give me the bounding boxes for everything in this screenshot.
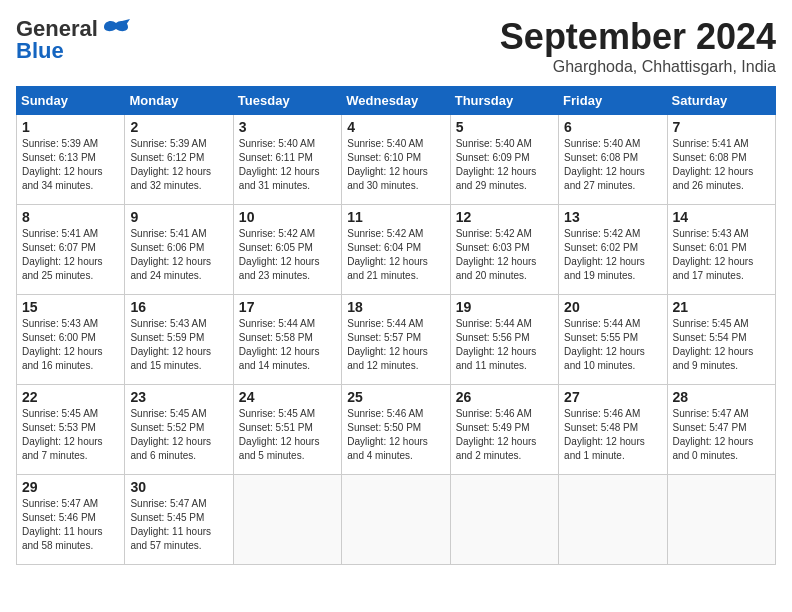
calendar-week-1: 1Sunrise: 5:39 AMSunset: 6:13 PMDaylight… xyxy=(17,115,776,205)
day-cell-10: 10Sunrise: 5:42 AMSunset: 6:05 PMDayligh… xyxy=(233,205,341,295)
day-number: 17 xyxy=(239,299,336,315)
day-cell-22: 22Sunrise: 5:45 AMSunset: 5:53 PMDayligh… xyxy=(17,385,125,475)
day-cell-23: 23Sunrise: 5:45 AMSunset: 5:52 PMDayligh… xyxy=(125,385,233,475)
day-number: 21 xyxy=(673,299,770,315)
day-number: 25 xyxy=(347,389,444,405)
day-cell-16: 16Sunrise: 5:43 AMSunset: 5:59 PMDayligh… xyxy=(125,295,233,385)
day-detail: Sunrise: 5:41 AMSunset: 6:08 PMDaylight:… xyxy=(673,137,770,193)
empty-cell xyxy=(667,475,775,565)
day-cell-27: 27Sunrise: 5:46 AMSunset: 5:48 PMDayligh… xyxy=(559,385,667,475)
day-number: 2 xyxy=(130,119,227,135)
day-number: 26 xyxy=(456,389,553,405)
day-detail: Sunrise: 5:42 AMSunset: 6:05 PMDaylight:… xyxy=(239,227,336,283)
day-cell-7: 7Sunrise: 5:41 AMSunset: 6:08 PMDaylight… xyxy=(667,115,775,205)
day-detail: Sunrise: 5:40 AMSunset: 6:08 PMDaylight:… xyxy=(564,137,661,193)
day-number: 22 xyxy=(22,389,119,405)
day-detail: Sunrise: 5:41 AMSunset: 6:06 PMDaylight:… xyxy=(130,227,227,283)
day-cell-18: 18Sunrise: 5:44 AMSunset: 5:57 PMDayligh… xyxy=(342,295,450,385)
day-detail: Sunrise: 5:47 AMSunset: 5:46 PMDaylight:… xyxy=(22,497,119,553)
title-area: September 2024 Gharghoda, Chhattisgarh, … xyxy=(500,16,776,76)
day-detail: Sunrise: 5:47 AMSunset: 5:45 PMDaylight:… xyxy=(130,497,227,553)
day-detail: Sunrise: 5:43 AMSunset: 6:01 PMDaylight:… xyxy=(673,227,770,283)
day-detail: Sunrise: 5:46 AMSunset: 5:50 PMDaylight:… xyxy=(347,407,444,463)
day-detail: Sunrise: 5:42 AMSunset: 6:02 PMDaylight:… xyxy=(564,227,661,283)
day-cell-24: 24Sunrise: 5:45 AMSunset: 5:51 PMDayligh… xyxy=(233,385,341,475)
col-header-sunday: Sunday xyxy=(17,87,125,115)
day-cell-29: 29Sunrise: 5:47 AMSunset: 5:46 PMDayligh… xyxy=(17,475,125,565)
day-detail: Sunrise: 5:46 AMSunset: 5:49 PMDaylight:… xyxy=(456,407,553,463)
month-title: September 2024 xyxy=(500,16,776,58)
day-cell-9: 9Sunrise: 5:41 AMSunset: 6:06 PMDaylight… xyxy=(125,205,233,295)
col-header-thursday: Thursday xyxy=(450,87,558,115)
day-cell-8: 8Sunrise: 5:41 AMSunset: 6:07 PMDaylight… xyxy=(17,205,125,295)
day-number: 10 xyxy=(239,209,336,225)
day-detail: Sunrise: 5:45 AMSunset: 5:54 PMDaylight:… xyxy=(673,317,770,373)
day-cell-12: 12Sunrise: 5:42 AMSunset: 6:03 PMDayligh… xyxy=(450,205,558,295)
day-cell-21: 21Sunrise: 5:45 AMSunset: 5:54 PMDayligh… xyxy=(667,295,775,385)
day-number: 1 xyxy=(22,119,119,135)
day-detail: Sunrise: 5:42 AMSunset: 6:03 PMDaylight:… xyxy=(456,227,553,283)
col-header-tuesday: Tuesday xyxy=(233,87,341,115)
calendar-week-4: 22Sunrise: 5:45 AMSunset: 5:53 PMDayligh… xyxy=(17,385,776,475)
day-cell-17: 17Sunrise: 5:44 AMSunset: 5:58 PMDayligh… xyxy=(233,295,341,385)
col-header-wednesday: Wednesday xyxy=(342,87,450,115)
day-number: 3 xyxy=(239,119,336,135)
logo: General Blue xyxy=(16,16,130,64)
day-detail: Sunrise: 5:44 AMSunset: 5:56 PMDaylight:… xyxy=(456,317,553,373)
day-cell-13: 13Sunrise: 5:42 AMSunset: 6:02 PMDayligh… xyxy=(559,205,667,295)
day-detail: Sunrise: 5:46 AMSunset: 5:48 PMDaylight:… xyxy=(564,407,661,463)
logo-bird-icon xyxy=(102,19,130,39)
day-detail: Sunrise: 5:41 AMSunset: 6:07 PMDaylight:… xyxy=(22,227,119,283)
day-number: 29 xyxy=(22,479,119,495)
day-detail: Sunrise: 5:44 AMSunset: 5:58 PMDaylight:… xyxy=(239,317,336,373)
day-detail: Sunrise: 5:42 AMSunset: 6:04 PMDaylight:… xyxy=(347,227,444,283)
day-detail: Sunrise: 5:43 AMSunset: 6:00 PMDaylight:… xyxy=(22,317,119,373)
calendar-week-3: 15Sunrise: 5:43 AMSunset: 6:00 PMDayligh… xyxy=(17,295,776,385)
col-header-monday: Monday xyxy=(125,87,233,115)
day-number: 24 xyxy=(239,389,336,405)
day-number: 11 xyxy=(347,209,444,225)
day-number: 18 xyxy=(347,299,444,315)
day-detail: Sunrise: 5:39 AMSunset: 6:12 PMDaylight:… xyxy=(130,137,227,193)
day-detail: Sunrise: 5:43 AMSunset: 5:59 PMDaylight:… xyxy=(130,317,227,373)
location-title: Gharghoda, Chhattisgarh, India xyxy=(500,58,776,76)
day-number: 19 xyxy=(456,299,553,315)
empty-cell xyxy=(559,475,667,565)
day-cell-6: 6Sunrise: 5:40 AMSunset: 6:08 PMDaylight… xyxy=(559,115,667,205)
empty-cell xyxy=(450,475,558,565)
calendar-week-2: 8Sunrise: 5:41 AMSunset: 6:07 PMDaylight… xyxy=(17,205,776,295)
day-detail: Sunrise: 5:45 AMSunset: 5:52 PMDaylight:… xyxy=(130,407,227,463)
day-cell-14: 14Sunrise: 5:43 AMSunset: 6:01 PMDayligh… xyxy=(667,205,775,295)
day-cell-1: 1Sunrise: 5:39 AMSunset: 6:13 PMDaylight… xyxy=(17,115,125,205)
day-cell-5: 5Sunrise: 5:40 AMSunset: 6:09 PMDaylight… xyxy=(450,115,558,205)
col-header-saturday: Saturday xyxy=(667,87,775,115)
empty-cell xyxy=(233,475,341,565)
day-number: 23 xyxy=(130,389,227,405)
day-cell-11: 11Sunrise: 5:42 AMSunset: 6:04 PMDayligh… xyxy=(342,205,450,295)
day-cell-15: 15Sunrise: 5:43 AMSunset: 6:00 PMDayligh… xyxy=(17,295,125,385)
day-detail: Sunrise: 5:47 AMSunset: 5:47 PMDaylight:… xyxy=(673,407,770,463)
day-number: 8 xyxy=(22,209,119,225)
day-number: 9 xyxy=(130,209,227,225)
day-number: 6 xyxy=(564,119,661,135)
day-number: 5 xyxy=(456,119,553,135)
col-header-friday: Friday xyxy=(559,87,667,115)
day-cell-28: 28Sunrise: 5:47 AMSunset: 5:47 PMDayligh… xyxy=(667,385,775,475)
day-number: 7 xyxy=(673,119,770,135)
calendar-table: SundayMondayTuesdayWednesdayThursdayFrid… xyxy=(16,86,776,565)
day-detail: Sunrise: 5:44 AMSunset: 5:55 PMDaylight:… xyxy=(564,317,661,373)
day-cell-25: 25Sunrise: 5:46 AMSunset: 5:50 PMDayligh… xyxy=(342,385,450,475)
day-detail: Sunrise: 5:44 AMSunset: 5:57 PMDaylight:… xyxy=(347,317,444,373)
day-cell-30: 30Sunrise: 5:47 AMSunset: 5:45 PMDayligh… xyxy=(125,475,233,565)
day-detail: Sunrise: 5:45 AMSunset: 5:53 PMDaylight:… xyxy=(22,407,119,463)
empty-cell xyxy=(342,475,450,565)
logo-blue: Blue xyxy=(16,38,64,64)
page-header: General Blue September 2024 Gharghoda, C… xyxy=(16,16,776,76)
day-cell-4: 4Sunrise: 5:40 AMSunset: 6:10 PMDaylight… xyxy=(342,115,450,205)
day-detail: Sunrise: 5:39 AMSunset: 6:13 PMDaylight:… xyxy=(22,137,119,193)
day-cell-19: 19Sunrise: 5:44 AMSunset: 5:56 PMDayligh… xyxy=(450,295,558,385)
day-number: 14 xyxy=(673,209,770,225)
day-number: 4 xyxy=(347,119,444,135)
day-number: 12 xyxy=(456,209,553,225)
day-number: 15 xyxy=(22,299,119,315)
